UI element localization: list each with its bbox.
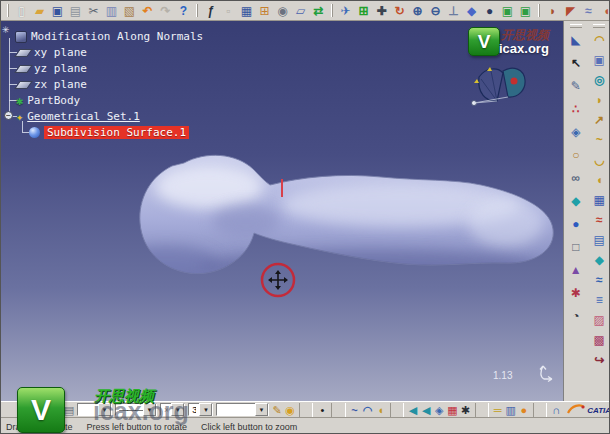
network-share-icon[interactable]: ⇄ [310,3,327,19]
axis-system-icon[interactable]: ∴ [567,101,585,116]
boundary-icon[interactable]: ◖ [590,172,608,187]
trim-surface-icon[interactable]: ▤ [590,232,608,247]
divider[interactable] [533,403,547,417]
line-weight-combo[interactable]: 3 ▼ [188,403,213,416]
undo-icon[interactable]: ↶ [139,3,156,19]
painter-icon[interactable]: ✎ [271,402,283,418]
tree-root-label[interactable]: Modification Along Normals [31,30,203,43]
print-icon[interactable]: ▤ [67,3,84,19]
formula-icon[interactable]: ƒ [202,3,219,19]
iso-view-icon[interactable]: ◆ [463,3,480,19]
quilt-surface-icon[interactable]: ▩ [590,332,608,347]
frame-primitive-icon[interactable]: □ [567,239,585,254]
paste-icon[interactable]: ▧ [121,3,138,19]
multi-section-icon[interactable]: ≡ [590,292,608,307]
tree-item-xy-plane[interactable]: xy plane [17,45,87,60]
new-file-icon[interactable]: ▯ [13,3,30,19]
snap-star-icon[interactable]: ✱ [459,402,471,418]
grid-tool-icon[interactable]: ▦ [446,402,458,418]
divider[interactable] [390,403,404,417]
tree-item-subdivision-surface[interactable]: Subdivision Surface.1 [29,125,189,140]
toolbar-grip[interactable] [196,4,198,17]
help-cursor-icon[interactable]: ? [175,3,192,19]
tree-item-yz-plane[interactable]: yz plane [17,61,87,76]
curve-tool-icon[interactable]: ~ [590,132,608,147]
combo-dropdown-button[interactable]: ▼ [199,403,212,416]
divider[interactable] [475,403,489,417]
measure-inertia-icon[interactable]: ● [518,402,530,418]
toolbar-grip[interactable] [331,4,333,17]
fly-mode-icon[interactable]: ✈ [337,3,354,19]
tree-item-label[interactable]: yz plane [34,62,87,75]
split-surface-icon[interactable]: ◆ [590,252,608,267]
manipulation-icon[interactable]: ↪ [590,352,608,367]
modify-tool-icon[interactable]: ✱ [567,285,585,300]
tree-item-zx-plane[interactable]: zx plane [17,77,87,92]
render-tool-icon-2[interactable]: ◀ [420,402,432,418]
surface-dome-icon[interactable]: ◠ [590,32,608,47]
sketcher-icon[interactable]: ✎ [567,78,585,93]
catia-v5-icon[interactable]: ∩ [550,402,562,418]
compass-tool-icon[interactable]: ◈ [433,402,445,418]
arc-icon[interactable]: ◠ [362,402,374,418]
analysis-clock-icon[interactable]: ◔ [567,308,585,323]
material-ball-icon[interactable]: ◉ [284,402,296,418]
toolbar-grip[interactable] [570,24,582,28]
pan-icon[interactable]: ✚ [373,3,390,19]
toolbar-grip[interactable] [7,4,9,17]
loft-surface-icon[interactable]: ◡ [590,152,608,167]
tree-anchor-gear-icon[interactable]: ✳ [2,22,9,36]
wave-surface-icon[interactable]: ≈ [590,272,608,287]
lock-icon[interactable]: ◉ [274,3,291,19]
layer-combo[interactable]: ▼ [216,403,269,416]
render-tool-icon-1[interactable]: ◀ [407,402,419,418]
rotate-icon[interactable]: ↻ [391,3,408,19]
constraint-icon[interactable]: ∞ [567,170,585,185]
subdivision-gem-icon[interactable]: ◆ [567,193,585,208]
render-style-icon[interactable]: ▣ [499,3,516,19]
tree-expander-minus[interactable]: − [4,111,13,120]
cut-icon[interactable]: ✂ [85,3,102,19]
toolbar-grip[interactable] [593,24,605,28]
surface-morph-icon[interactable]: ◗ [544,3,561,19]
tree-item-partbody[interactable]: ✱ PartBody [16,93,80,108]
knowledge-icon[interactable]: ▫ [220,3,237,19]
extract-surface-icon[interactable]: ▨ [590,312,608,327]
3d-viewport[interactable]: ✳ − Modification Along Normals xy plane … [1,21,563,401]
point-icon[interactable]: • [316,402,328,418]
offset-surface-icon[interactable]: ↗ [590,112,608,127]
tree-item-geometrical-set[interactable]: ✦ Geometrical Set.1 [16,109,140,124]
view-manipulation-icon[interactable]: ◣ [567,32,585,47]
measure-between-icon[interactable]: ═ [492,402,504,418]
surface-slice-icon[interactable]: ◤ [562,3,579,19]
door-handle-model[interactable] [114,155,553,285]
layers-filter-icon[interactable]: ▱ [292,3,309,19]
tree-item-label[interactable]: xy plane [34,46,87,59]
zoom-out-icon[interactable]: ⊖ [427,3,444,19]
combo-dropdown-button[interactable]: ▼ [255,403,268,416]
tree-item-label[interactable]: Geometrical Set.1 [27,110,140,123]
wire-box-icon[interactable]: ▣ [590,52,608,67]
divider[interactable] [331,403,345,417]
style-fillet-icon[interactable]: ≈ [590,212,608,227]
surface-layers-icon[interactable]: ≈ [580,3,597,19]
zoom-in-icon[interactable]: ⊕ [409,3,426,19]
tree-item-label[interactable]: zx plane [34,78,87,91]
spline-icon[interactable]: ~ [349,402,361,418]
select-cursor-icon[interactable]: ↖ [567,55,585,70]
copy-icon[interactable]: ▥ [103,3,120,19]
cone-primitive-icon[interactable]: ▲ [567,262,585,277]
measure-item-icon[interactable]: ▥ [505,402,517,418]
ellipse-tool-icon[interactable]: ○ [567,147,585,162]
open-folder-icon[interactable]: ▰ [31,3,48,19]
toolbar-grip[interactable] [538,4,540,17]
tree-item-root[interactable]: Modification Along Normals [15,29,203,44]
view-compass[interactable] [467,59,533,111]
save-icon[interactable]: ▣ [49,3,66,19]
patch-icon[interactable]: ◖ [375,402,387,418]
surface-bend-icon[interactable]: ◖ [598,3,610,19]
multi-view-icon[interactable]: ▣ [517,3,534,19]
catalog-browser-icon[interactable]: ⊞ [256,3,273,19]
revolve-surface-icon[interactable]: ◎ [590,72,608,87]
shaded-view-icon[interactable]: ● [481,3,498,19]
